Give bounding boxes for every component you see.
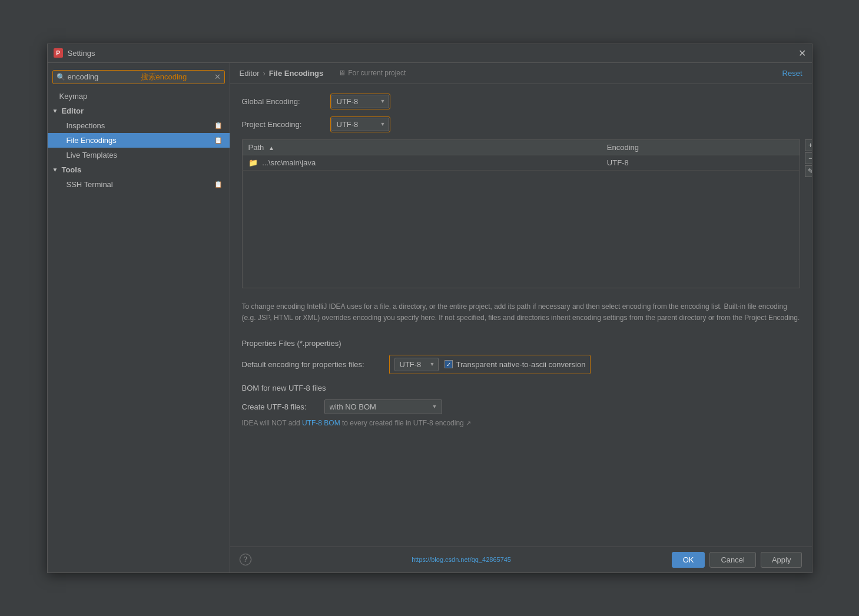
global-encoding-label: Global Encoding: [242,97,324,106]
search-input[interactable] [68,72,138,81]
global-encoding-select-wrapper: UTF-8 UTF-16 ISO-8859-1 [330,94,390,109]
panel-body: Global Encoding: UTF-8 UTF-16 ISO-8859-1 [230,84,812,547]
idea-note-prefix: IDEA will NOT add [242,419,302,427]
inspections-copy-icon: 📋 [214,122,223,129]
live-templates-label: Live Templates [67,151,117,159]
ok-button[interactable]: OK [672,552,705,568]
props-encoding-select[interactable]: UTF-8 UTF-16 [394,358,439,371]
sidebar: 🔍 搜索encoding ✕ Keymap ▼ Editor Inspectio… [48,63,230,572]
tools-triangle: ▼ [52,167,58,173]
titlebar: P Settings ✕ [48,44,812,63]
help-button[interactable]: ? [240,554,251,565]
checkbox-icon: ✓ [445,360,453,368]
project-label: For current project [348,69,406,77]
inspections-label: Inspections [67,121,105,130]
editor-label: Editor [61,106,84,115]
global-encoding-select-container: UTF-8 UTF-16 ISO-8859-1 [331,95,389,108]
search-clear-button[interactable]: ✕ [214,72,221,81]
sidebar-item-file-encodings[interactable]: File Encodings 📋 [48,133,230,148]
path-table: Path ▲ Encoding 📁 [242,139,800,288]
breadcrumb-project: 🖥 For current project [339,69,406,77]
remove-path-button[interactable]: − [805,152,812,164]
project-encoding-select[interactable]: UTF-8 UTF-16 ISO-8859-1 [331,118,389,131]
table-row[interactable]: 📁 ...\src\main\java UTF-8 [242,155,800,170]
cancel-button[interactable]: Cancel [709,552,755,568]
search-bar: 🔍 搜索encoding ✕ [52,70,225,84]
bom-row: Create UTF-8 files: with NO BOM with BOM [242,399,800,414]
sidebar-item-inspections[interactable]: Inspections 📋 [48,118,230,133]
utf8-bom-link[interactable]: UTF-8 BOM [302,419,340,427]
description-text: To change encoding IntelliJ IDEA uses fo… [242,295,800,329]
project-encoding-label: Project Encoding: [242,120,324,129]
ssh-copy-icon: 📋 [214,181,223,188]
breadcrumb: Editor › File Encodings 🖥 For current pr… [230,63,812,84]
project-encoding-row: Project Encoding: UTF-8 UTF-16 ISO-8859-… [242,116,800,132]
bom-section: BOM for new UTF-8 files Create UTF-8 fil… [242,384,800,427]
sort-arrow-icon: ▲ [268,145,274,151]
idea-note: IDEA will NOT add UTF-8 BOM to every cre… [242,419,800,427]
properties-row: Default encoding for properties files: U… [242,355,800,374]
file-encodings-label: File Encodings [67,136,117,145]
breadcrumb-current: File Encodings [269,69,323,78]
project-icon: 🖥 [339,69,346,77]
checkbox-label: Transparent native-to-ascii conversion [456,360,586,369]
editor-triangle: ▼ [52,108,58,114]
sidebar-item-tools[interactable]: ▼ Tools [48,162,230,177]
apply-button[interactable]: Apply [761,552,802,568]
settings-dialog: P Settings ✕ 🔍 搜索encoding ✕ Keymap ▼ Edi… [47,44,812,573]
breadcrumb-separator: › [263,69,265,78]
blog-link[interactable]: https://blog.csdn.net/qq_42865745 [412,556,511,563]
project-encoding-select-wrapper: UTF-8 UTF-16 ISO-8859-1 [330,116,390,132]
path-cell: 📁 ...\src\main\java [242,155,601,170]
app-icon: P [54,48,63,58]
idea-note-suffix: to every created file in UTF-8 encoding [342,419,464,427]
properties-group: UTF-8 UTF-16 ✓ Transparent native-to-asc… [389,355,591,374]
bom-select-wrapper: with NO BOM with BOM [324,399,442,414]
search-hint: 搜索encoding [141,72,187,82]
search-icon: 🔍 [57,73,65,81]
table-action-buttons: + − ✎ [805,139,812,177]
ssh-terminal-label: SSH Terminal [67,180,113,189]
footer: ? https://blog.csdn.net/qq_42865745 OK C… [230,547,812,572]
keymap-label: Keymap [59,92,88,101]
edit-path-button[interactable]: ✎ [805,165,812,177]
transparent-conversion-checkbox[interactable]: ✓ Transparent native-to-ascii conversion [445,360,586,369]
breadcrumb-editor: Editor [240,69,260,78]
properties-title: Properties Files (*.properties) [242,339,800,348]
titlebar-left: P Settings [54,48,95,58]
sidebar-item-editor[interactable]: ▼ Editor [48,104,230,118]
encoding-cell: UTF-8 [601,155,800,170]
main-content: 🔍 搜索encoding ✕ Keymap ▼ Editor Inspectio… [48,63,812,572]
bom-title: BOM for new UTF-8 files [242,384,800,392]
project-encoding-select-container: UTF-8 UTF-16 ISO-8859-1 [331,118,389,131]
properties-section: Properties Files (*.properties) Default … [242,339,800,374]
sidebar-item-ssh-terminal[interactable]: SSH Terminal 📋 [48,177,230,192]
table-container: Path ▲ Encoding 📁 [242,139,800,288]
close-button[interactable]: ✕ [798,48,806,59]
tools-label: Tools [61,165,81,174]
right-panel: Editor › File Encodings 🖥 For current pr… [230,63,812,572]
path-column-header[interactable]: Path ▲ [242,139,601,155]
bom-select[interactable]: with NO BOM with BOM [324,399,442,414]
add-path-button[interactable]: + [805,139,812,151]
global-encoding-select[interactable]: UTF-8 UTF-16 ISO-8859-1 [331,95,389,108]
global-encoding-row: Global Encoding: UTF-8 UTF-16 ISO-8859-1 [242,94,800,109]
footer-right: OK Cancel Apply [672,552,802,568]
titlebar-title: Settings [68,49,95,58]
properties-label: Default encoding for properties files: [242,360,383,369]
reset-button[interactable]: Reset [782,69,802,78]
external-link-icon: ↗ [466,419,471,427]
bom-label: Create UTF-8 files: [242,402,319,411]
sidebar-item-live-templates[interactable]: Live Templates [48,148,230,162]
folder-icon: 📁 [248,158,258,167]
sidebar-item-keymap[interactable]: Keymap [48,89,230,104]
encoding-column-header[interactable]: Encoding [601,139,800,155]
file-encodings-copy-icon: 📋 [214,136,223,144]
props-encoding-select-container: UTF-8 UTF-16 [394,358,439,371]
